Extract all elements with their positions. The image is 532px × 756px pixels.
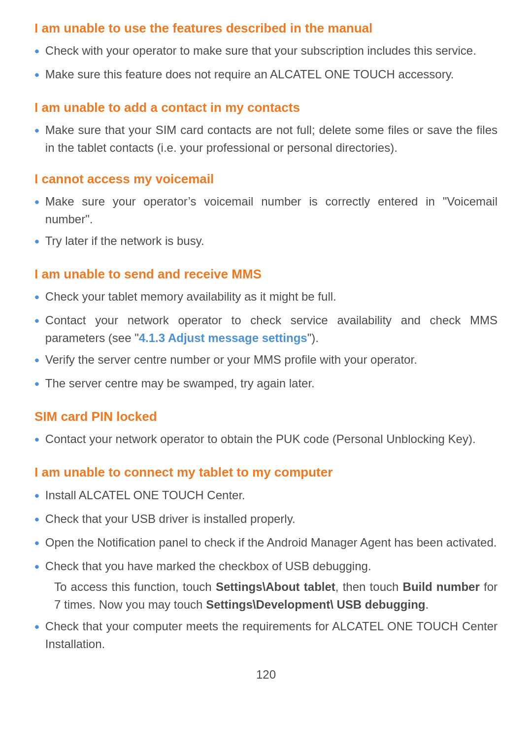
list-item: • Verify the server centre number or you… xyxy=(34,351,498,371)
list-item: • The server centre may be swamped, try … xyxy=(34,375,498,394)
list-item: • Check that your USB driver is installe… xyxy=(34,510,498,530)
list-item: • Make sure this feature does not requir… xyxy=(34,66,498,85)
bullet-icon: • xyxy=(34,65,39,85)
bullet-text: Contact your network operator to obtain … xyxy=(45,430,498,448)
bullet-list-voicemail: • Make sure your operator’s voicemail nu… xyxy=(34,193,498,252)
bullet-list-unable-features: • Check with your operator to make sure … xyxy=(34,42,498,85)
heading-unable-contact: I am unable to add a contact in my conta… xyxy=(34,99,498,116)
bullet-text: Make sure this feature does not require … xyxy=(45,66,498,83)
section-voicemail: I cannot access my voicemail • Make sure… xyxy=(34,171,498,252)
heading-unable-connect: I am unable to connect my tablet to my c… xyxy=(34,464,498,481)
bullet-icon: • xyxy=(34,429,39,450)
bullet-icon: • xyxy=(34,509,39,530)
list-item: • Check your tablet memory availability … xyxy=(34,288,498,308)
bullet-icon: • xyxy=(34,617,39,637)
bullet-icon: • xyxy=(34,310,39,331)
build-number-label: Build number xyxy=(403,580,480,593)
settings-dev-label: Settings\Development\ USB debugging xyxy=(206,598,425,611)
list-item: • Try later if the network is busy. xyxy=(34,232,498,252)
bullet-icon: • xyxy=(34,485,39,506)
bullet-text: Check your tablet memory availability as… xyxy=(45,288,498,306)
bullet-text: Make sure that your SIM card contacts ar… xyxy=(45,121,498,157)
bullet-text: Contact your network operator to check s… xyxy=(45,311,498,347)
heading-unable-features: I am unable to use the features describe… xyxy=(34,20,498,37)
section-unable-features: I am unable to use the features describe… xyxy=(34,20,498,85)
list-item: • Contact your network operator to obtai… xyxy=(34,430,498,450)
list-item: • Make sure that your SIM card contacts … xyxy=(34,121,498,157)
list-item: • Check that your computer meets the req… xyxy=(34,618,498,653)
list-item: • Contact your network operator to check… xyxy=(34,311,498,347)
bullet-text: Install ALCATEL ONE TOUCH Center. xyxy=(45,486,498,504)
bullet-list-unable-connect: • Install ALCATEL ONE TOUCH Center. • Ch… xyxy=(34,486,498,577)
section-sim-locked: SIM card PIN locked • Contact your netwo… xyxy=(34,408,498,450)
bullet-text: The server centre may be swamped, try ag… xyxy=(45,375,498,392)
bullet-text: Try later if the network is busy. xyxy=(45,232,498,250)
list-item: • Make sure your operator’s voicemail nu… xyxy=(34,193,498,228)
bullet-text: Check that you have marked the checkbox … xyxy=(45,557,498,575)
bullet-text: Check that your computer meets the requi… xyxy=(45,618,498,653)
heading-mms: I am unable to send and receive MMS xyxy=(34,266,498,283)
list-item: • Open the Notification panel to check i… xyxy=(34,534,498,553)
bullet-list-mms: • Check your tablet memory availability … xyxy=(34,288,498,394)
bullet-icon: • xyxy=(34,192,39,212)
list-item: • Install ALCATEL ONE TOUCH Center. xyxy=(34,486,498,506)
heading-voicemail: I cannot access my voicemail xyxy=(34,171,498,188)
list-item: • Check with your operator to make sure … xyxy=(34,42,498,62)
bullet-text: Check with your operator to make sure th… xyxy=(45,42,498,60)
bullet-icon: • xyxy=(34,350,39,371)
section-unable-connect: I am unable to connect my tablet to my c… xyxy=(34,464,498,653)
section-unable-contact: I am unable to add a contact in my conta… xyxy=(34,99,498,157)
bullet-icon: • xyxy=(34,556,39,577)
bullet-icon: • xyxy=(34,533,39,553)
bullet-text: Make sure your operator’s voicemail numb… xyxy=(45,193,498,228)
page-content: I am unable to use the features describe… xyxy=(34,20,498,682)
link-text: 4.1.3 Adjust message settings xyxy=(139,331,307,344)
bullet-icon: • xyxy=(34,231,39,252)
page-number: 120 xyxy=(34,668,498,682)
bullet-icon: • xyxy=(34,120,39,141)
heading-sim-locked: SIM card PIN locked xyxy=(34,408,498,425)
list-item: • Check that you have marked the checkbo… xyxy=(34,557,498,577)
bullet-list-unable-connect-last: • Check that your computer meets the req… xyxy=(34,618,498,653)
bullet-icon: • xyxy=(34,41,39,62)
bullet-text: Open the Notification panel to check if … xyxy=(45,534,498,551)
bullet-list-sim-locked: • Contact your network operator to obtai… xyxy=(34,430,498,450)
settings-about-label: Settings\About tablet xyxy=(216,580,335,593)
bullet-text: Check that your USB driver is installed … xyxy=(45,510,498,528)
section-mms: I am unable to send and receive MMS • Ch… xyxy=(34,266,498,394)
bullet-icon: • xyxy=(34,374,39,394)
bullet-icon: • xyxy=(34,287,39,308)
bullet-text: Verify the server centre number or your … xyxy=(45,351,498,369)
continuation-text: To access this function, touch Settings\… xyxy=(34,578,498,614)
bullet-list-unable-contact: • Make sure that your SIM card contacts … xyxy=(34,121,498,157)
